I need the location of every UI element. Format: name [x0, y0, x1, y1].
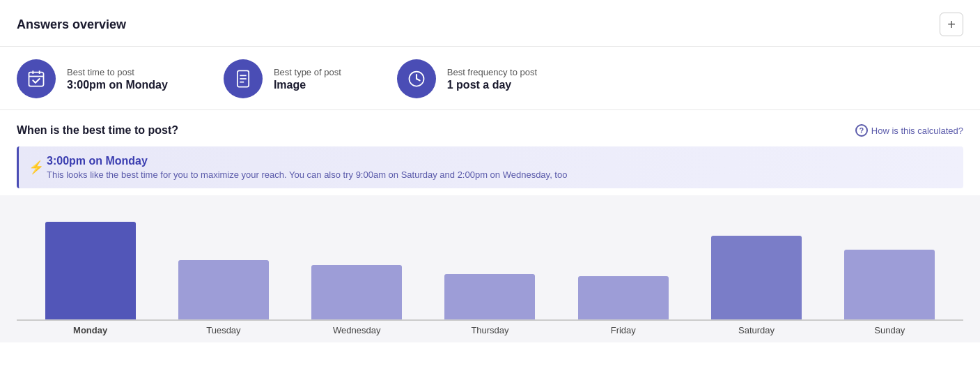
bar-col-saturday — [711, 236, 802, 319]
answers-header: Answers overview + — [0, 0, 980, 47]
document-text-icon — [224, 59, 263, 98]
stat-best-frequency-text: Best frequency to post 1 post a day — [447, 67, 537, 91]
section-title: When is the best time to post? — [17, 124, 178, 137]
bar-col-monday — [45, 222, 136, 319]
stat-best-frequency-value: 1 post a day — [447, 79, 537, 91]
stat-best-type-text: Best type of post Image — [274, 67, 341, 91]
bar-friday[interactable] — [578, 276, 669, 319]
bar-col-wednesday — [311, 265, 402, 319]
bar-label-wednesday: Wednesday — [311, 325, 402, 335]
bar-label-thursday: Thursday — [444, 325, 535, 335]
bar-thursday[interactable] — [444, 274, 535, 319]
stat-best-time-label: Best time to post — [67, 67, 168, 77]
chart-area: MondayTuesdayWednesdayThursdayFridaySatu… — [0, 195, 980, 342]
bar-saturday[interactable] — [711, 236, 802, 319]
best-time-section: When is the best time to post? ? How is … — [0, 110, 980, 188]
bar-sunday[interactable] — [844, 250, 935, 319]
stat-best-time-text: Best time to post 3:00pm on Monday — [67, 67, 168, 91]
bar-col-sunday — [844, 250, 935, 319]
bar-label-friday: Friday — [578, 325, 669, 335]
how-calculated-link[interactable]: ? How is this calculated? — [855, 124, 963, 137]
calendar-check-icon — [17, 59, 56, 98]
highlight-box: ⚡ 3:00pm on Monday This looks like the b… — [17, 146, 963, 188]
bar-monday[interactable] — [45, 222, 136, 319]
stat-best-time: Best time to post 3:00pm on Monday — [17, 59, 168, 98]
stat-best-type-value: Image — [274, 79, 341, 91]
page-title: Answers overview — [17, 17, 126, 32]
lightning-icon: ⚡ — [29, 160, 44, 175]
bar-label-row: MondayTuesdayWednesdayThursdayFridaySatu… — [17, 321, 963, 342]
bar-label-tuesday: Tuesday — [178, 325, 269, 335]
stat-best-type-label: Best type of post — [274, 67, 341, 77]
bar-wednesday[interactable] — [311, 265, 402, 319]
stats-row: Best time to post 3:00pm on Monday Best … — [0, 47, 980, 110]
bar-label-monday: Monday — [45, 325, 136, 335]
highlight-title: 3:00pm on Monday — [47, 155, 952, 167]
bar-col-tuesday — [178, 260, 269, 319]
svg-rect-0 — [29, 73, 44, 86]
how-calculated-label: How is this calculated? — [871, 126, 963, 136]
clock-icon — [397, 59, 436, 98]
stat-best-frequency-label: Best frequency to post — [447, 67, 537, 77]
section-header: When is the best time to post? ? How is … — [17, 124, 963, 137]
bar-col-thursday — [444, 274, 535, 319]
bar-tuesday[interactable] — [178, 260, 269, 319]
info-icon: ? — [855, 124, 868, 137]
stat-best-frequency: Best frequency to post 1 post a day — [397, 59, 537, 98]
svg-line-10 — [417, 79, 420, 80]
highlight-subtitle: This looks like the best time for you to… — [47, 169, 952, 180]
bar-col-friday — [578, 276, 669, 319]
stat-best-type: Best type of post Image — [224, 59, 341, 98]
add-button[interactable]: + — [940, 13, 963, 36]
bar-chart — [17, 209, 963, 321]
bar-label-sunday: Sunday — [844, 325, 935, 335]
bar-label-saturday: Saturday — [711, 325, 802, 335]
stat-best-time-value: 3:00pm on Monday — [67, 79, 168, 91]
